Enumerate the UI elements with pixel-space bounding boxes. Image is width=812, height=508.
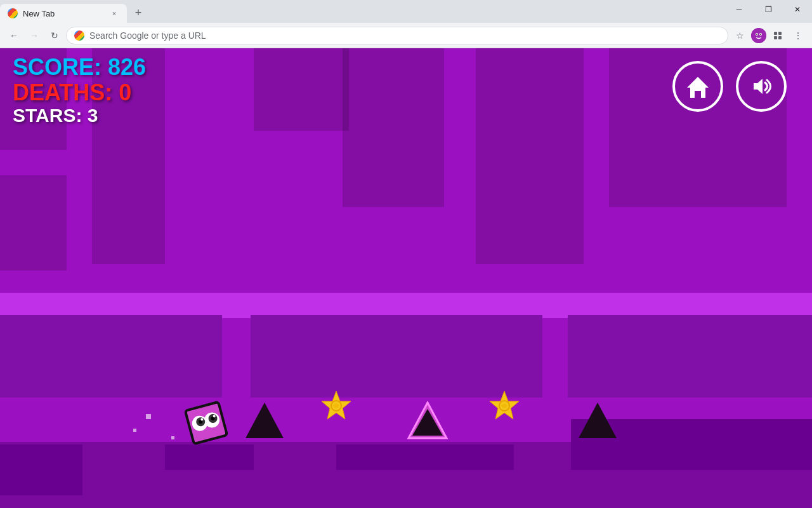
address-bar[interactable]: Search Google or type a URL <box>66 27 728 44</box>
avatar-icon <box>751 28 766 43</box>
star-collectible-1 <box>320 390 352 424</box>
sound-button[interactable] <box>736 61 787 112</box>
active-tab[interactable]: New Tab × <box>0 4 127 23</box>
back-button[interactable]: ← <box>5 27 23 44</box>
svg-marker-9 <box>687 77 709 98</box>
svg-point-3 <box>756 34 757 35</box>
google-logo <box>74 30 84 41</box>
platform-3 <box>568 315 812 398</box>
stars-display: STARS: 3 <box>13 105 146 126</box>
game-area: SCORE: 826 DEATHS: 0 STARS: 3 <box>0 48 812 508</box>
svg-point-0 <box>751 28 766 43</box>
profile-avatar[interactable] <box>751 28 766 43</box>
svg-marker-10 <box>754 79 763 94</box>
svg-marker-20 <box>246 403 284 438</box>
browser-frame: New Tab × + ─ ❐ ✕ ← → ↻ Search Google or… <box>0 0 812 508</box>
bg-block-6 <box>476 48 584 264</box>
star-collectible-2 <box>488 390 520 424</box>
tab-bar: New Tab × + ─ ❐ ✕ <box>0 0 812 23</box>
menu-button[interactable]: ⋮ <box>789 27 807 44</box>
svg-rect-5 <box>774 32 777 35</box>
particle-3 <box>171 436 174 439</box>
home-icon <box>685 74 710 99</box>
tab-favicon <box>8 8 18 18</box>
svg-point-4 <box>760 34 761 35</box>
svg-marker-27 <box>579 403 617 438</box>
home-button[interactable] <box>672 61 723 112</box>
svg-rect-7 <box>774 36 777 39</box>
sound-icon <box>749 74 774 99</box>
obstacle-triangle-2 <box>407 401 449 442</box>
particle-2 <box>133 429 136 432</box>
player-sprite <box>183 399 229 446</box>
tab-title: New Tab <box>23 9 55 18</box>
particle-1 <box>146 414 151 419</box>
player-character <box>183 399 229 446</box>
close-button[interactable]: ✕ <box>783 0 812 19</box>
deaths-display: DEATHS: 0 <box>13 80 146 105</box>
bg-block-2 <box>0 175 67 271</box>
toolbar: ← → ↻ Search Google or type a URL ☆ <box>0 23 812 48</box>
floor-tile-2 <box>0 470 82 495</box>
floor-tile-4 <box>336 444 514 470</box>
mid-stripe <box>0 293 812 318</box>
bookmark-button[interactable]: ☆ <box>731 27 749 44</box>
new-tab-button[interactable]: + <box>129 4 147 22</box>
svg-rect-8 <box>778 36 782 39</box>
bg-block-4 <box>254 48 349 131</box>
hud: SCORE: 826 DEATHS: 0 STARS: 3 <box>13 55 146 126</box>
forward-button[interactable]: → <box>25 27 43 44</box>
floor-tile-3 <box>165 444 254 470</box>
svg-rect-6 <box>778 32 782 35</box>
obstacle-triangle-3 <box>577 401 619 442</box>
refresh-button[interactable]: ↻ <box>46 27 63 44</box>
bg-block-5 <box>343 48 444 207</box>
tab-close-button[interactable]: × <box>109 8 119 18</box>
platform-1 <box>0 315 222 398</box>
obstacle-triangle-1 <box>244 401 285 442</box>
floor-tile-1 <box>0 444 82 470</box>
platform-2 <box>251 315 542 398</box>
address-text: Search Google or type a URL <box>89 30 206 41</box>
score-display: SCORE: 826 <box>13 55 146 80</box>
toolbar-right: ☆ ⋮ <box>731 27 807 44</box>
extensions-button[interactable] <box>769 27 787 44</box>
window-controls: ─ ❐ ✕ <box>724 0 812 19</box>
puzzle-icon <box>773 30 783 41</box>
restore-button[interactable]: ❐ <box>754 0 783 19</box>
minimize-button[interactable]: ─ <box>724 0 754 19</box>
